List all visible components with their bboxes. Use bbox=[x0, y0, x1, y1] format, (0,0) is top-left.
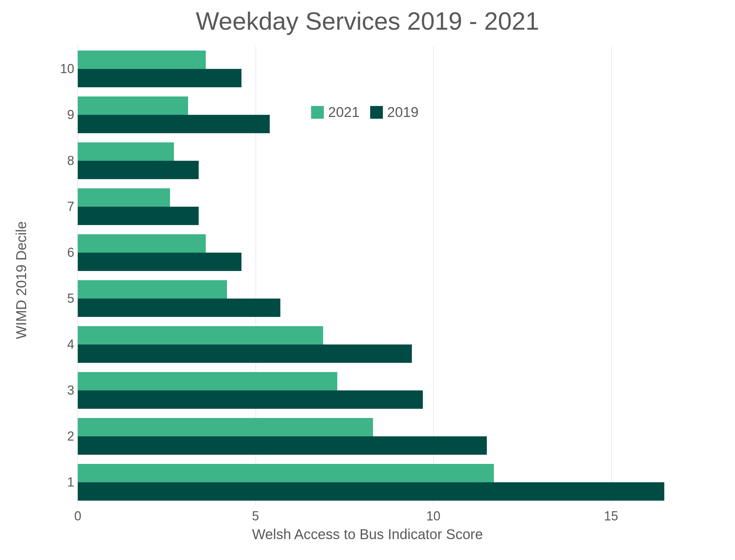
bar-group bbox=[78, 413, 700, 459]
bar-group bbox=[78, 184, 700, 230]
bar-2021 bbox=[78, 372, 337, 390]
bar-2021 bbox=[78, 96, 188, 115]
bar-2019 bbox=[78, 344, 412, 363]
bar-2021 bbox=[78, 234, 206, 253]
bar-2021 bbox=[78, 280, 227, 299]
chart-title: Weekday Services 2019 - 2021 bbox=[0, 7, 735, 35]
bar-2019 bbox=[78, 253, 241, 271]
bar-2021 bbox=[78, 418, 373, 436]
bar-2019 bbox=[78, 161, 199, 179]
legend-swatch-2021 bbox=[311, 106, 324, 119]
x-tick-label: 10 bbox=[426, 509, 441, 524]
bar-2021 bbox=[78, 51, 206, 69]
bar-2021 bbox=[78, 188, 170, 207]
bar-group bbox=[78, 367, 700, 413]
legend-item-2021: 2021 bbox=[311, 104, 360, 120]
y-tick-label: 8 bbox=[53, 153, 74, 168]
legend-label-2019: 2019 bbox=[387, 104, 419, 120]
bar-2019 bbox=[78, 299, 280, 317]
y-tick-label: 3 bbox=[53, 383, 74, 398]
x-tick-label: 15 bbox=[604, 509, 618, 524]
y-tick-label: 1 bbox=[53, 475, 74, 490]
chart-container: Weekday Services 2019 - 2021 WIMD 2019 D… bbox=[0, 0, 735, 560]
legend: 2021 2019 bbox=[311, 104, 419, 120]
bar-2021 bbox=[78, 464, 494, 482]
bar-group bbox=[78, 276, 700, 322]
bar-2019 bbox=[78, 69, 241, 87]
bar-2019 bbox=[78, 207, 199, 225]
y-tick-label: 7 bbox=[53, 199, 74, 214]
bar-2019 bbox=[78, 390, 423, 409]
y-tick-label: 2 bbox=[53, 429, 74, 444]
x-tick-label: 5 bbox=[252, 509, 259, 524]
y-tick-label: 9 bbox=[53, 107, 74, 122]
bar-2019 bbox=[78, 115, 270, 133]
y-axis-label: WIMD 2019 Decile bbox=[13, 221, 29, 339]
y-tick-label: 6 bbox=[53, 245, 74, 260]
bar-group bbox=[78, 322, 700, 367]
x-ticks: 051015 bbox=[78, 505, 700, 526]
bar-group bbox=[78, 459, 700, 505]
x-tick-label: 0 bbox=[74, 509, 81, 524]
bar-2021 bbox=[78, 142, 174, 161]
y-tick-label: 10 bbox=[53, 61, 74, 76]
legend-label-2021: 2021 bbox=[328, 104, 360, 120]
y-tick-label: 4 bbox=[53, 337, 74, 352]
bar-group bbox=[78, 230, 700, 276]
bar-2021 bbox=[78, 326, 323, 344]
legend-item-2019: 2019 bbox=[370, 104, 419, 120]
legend-swatch-2019 bbox=[370, 106, 383, 119]
bar-2019 bbox=[78, 482, 664, 501]
y-tick-label: 5 bbox=[53, 291, 74, 306]
bar-group bbox=[78, 46, 700, 92]
x-axis-label: Welsh Access to Bus Indicator Score bbox=[0, 526, 735, 542]
bar-group bbox=[78, 138, 700, 184]
bar-2019 bbox=[78, 436, 487, 455]
